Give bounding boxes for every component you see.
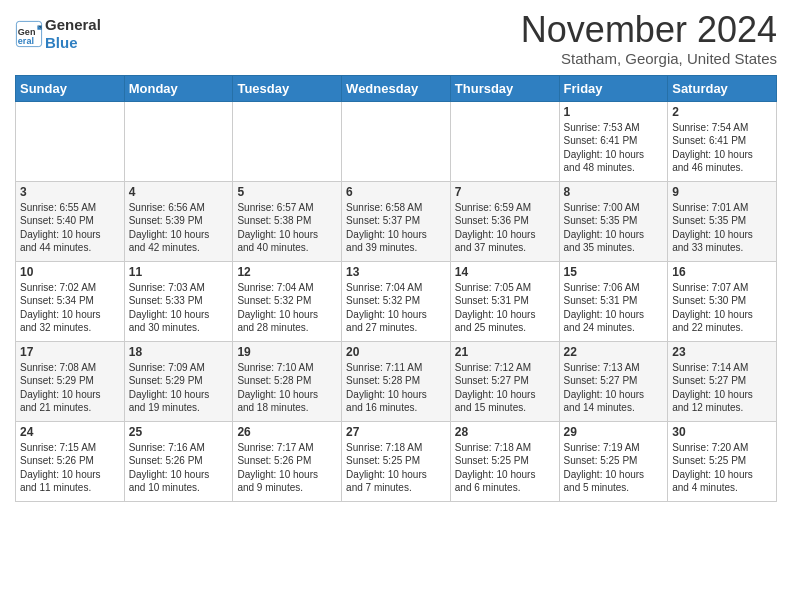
day-content: Sunrise: 7:18 AM Sunset: 5:25 PM Dayligh… [346, 441, 446, 495]
calendar-cell: 7Sunrise: 6:59 AM Sunset: 5:36 PM Daylig… [450, 181, 559, 261]
day-content: Sunrise: 7:06 AM Sunset: 5:31 PM Dayligh… [564, 281, 664, 335]
day-number: 9 [672, 185, 772, 199]
day-header-sunday: Sunday [16, 75, 125, 101]
day-number: 17 [20, 345, 120, 359]
day-number: 6 [346, 185, 446, 199]
calendar-cell: 11Sunrise: 7:03 AM Sunset: 5:33 PM Dayli… [124, 261, 233, 341]
day-number: 11 [129, 265, 229, 279]
calendar-cell: 28Sunrise: 7:18 AM Sunset: 5:25 PM Dayli… [450, 421, 559, 501]
calendar-cell: 17Sunrise: 7:08 AM Sunset: 5:29 PM Dayli… [16, 341, 125, 421]
calendar-cell: 14Sunrise: 7:05 AM Sunset: 5:31 PM Dayli… [450, 261, 559, 341]
calendar-cell: 1Sunrise: 7:53 AM Sunset: 6:41 PM Daylig… [559, 101, 668, 181]
day-content: Sunrise: 6:56 AM Sunset: 5:39 PM Dayligh… [129, 201, 229, 255]
day-number: 12 [237, 265, 337, 279]
day-number: 24 [20, 425, 120, 439]
calendar-cell: 5Sunrise: 6:57 AM Sunset: 5:38 PM Daylig… [233, 181, 342, 261]
day-number: 15 [564, 265, 664, 279]
calendar-cell: 3Sunrise: 6:55 AM Sunset: 5:40 PM Daylig… [16, 181, 125, 261]
calendar-cell [342, 101, 451, 181]
calendar-cell: 26Sunrise: 7:17 AM Sunset: 5:26 PM Dayli… [233, 421, 342, 501]
calendar-cell [16, 101, 125, 181]
day-number: 13 [346, 265, 446, 279]
calendar-cell: 27Sunrise: 7:18 AM Sunset: 5:25 PM Dayli… [342, 421, 451, 501]
calendar-cell: 24Sunrise: 7:15 AM Sunset: 5:26 PM Dayli… [16, 421, 125, 501]
day-number: 10 [20, 265, 120, 279]
day-content: Sunrise: 7:04 AM Sunset: 5:32 PM Dayligh… [237, 281, 337, 335]
day-header-friday: Friday [559, 75, 668, 101]
day-content: Sunrise: 7:01 AM Sunset: 5:35 PM Dayligh… [672, 201, 772, 255]
calendar-cell: 4Sunrise: 6:56 AM Sunset: 5:39 PM Daylig… [124, 181, 233, 261]
calendar-cell: 30Sunrise: 7:20 AM Sunset: 5:25 PM Dayli… [668, 421, 777, 501]
day-number: 27 [346, 425, 446, 439]
day-content: Sunrise: 7:18 AM Sunset: 5:25 PM Dayligh… [455, 441, 555, 495]
calendar-cell: 22Sunrise: 7:13 AM Sunset: 5:27 PM Dayli… [559, 341, 668, 421]
calendar-week-row: 24Sunrise: 7:15 AM Sunset: 5:26 PM Dayli… [16, 421, 777, 501]
day-number: 3 [20, 185, 120, 199]
logo-text: General Blue [45, 16, 101, 52]
day-number: 28 [455, 425, 555, 439]
logo-icon: Gen eral [15, 20, 43, 48]
day-content: Sunrise: 7:07 AM Sunset: 5:30 PM Dayligh… [672, 281, 772, 335]
calendar-cell: 13Sunrise: 7:04 AM Sunset: 5:32 PM Dayli… [342, 261, 451, 341]
day-content: Sunrise: 7:19 AM Sunset: 5:25 PM Dayligh… [564, 441, 664, 495]
calendar-week-row: 1Sunrise: 7:53 AM Sunset: 6:41 PM Daylig… [16, 101, 777, 181]
day-number: 7 [455, 185, 555, 199]
day-content: Sunrise: 7:08 AM Sunset: 5:29 PM Dayligh… [20, 361, 120, 415]
calendar-cell: 2Sunrise: 7:54 AM Sunset: 6:41 PM Daylig… [668, 101, 777, 181]
day-content: Sunrise: 7:15 AM Sunset: 5:26 PM Dayligh… [20, 441, 120, 495]
title-block: November 2024 Statham, Georgia, United S… [521, 10, 777, 67]
day-content: Sunrise: 7:09 AM Sunset: 5:29 PM Dayligh… [129, 361, 229, 415]
day-content: Sunrise: 7:54 AM Sunset: 6:41 PM Dayligh… [672, 121, 772, 175]
calendar-week-row: 10Sunrise: 7:02 AM Sunset: 5:34 PM Dayli… [16, 261, 777, 341]
day-number: 26 [237, 425, 337, 439]
day-content: Sunrise: 6:58 AM Sunset: 5:37 PM Dayligh… [346, 201, 446, 255]
calendar-cell: 8Sunrise: 7:00 AM Sunset: 5:35 PM Daylig… [559, 181, 668, 261]
calendar-cell: 20Sunrise: 7:11 AM Sunset: 5:28 PM Dayli… [342, 341, 451, 421]
day-number: 30 [672, 425, 772, 439]
day-content: Sunrise: 7:00 AM Sunset: 5:35 PM Dayligh… [564, 201, 664, 255]
day-number: 1 [564, 105, 664, 119]
calendar-cell [450, 101, 559, 181]
day-number: 5 [237, 185, 337, 199]
page-header: Gen eral General Blue November 2024 Stat… [15, 10, 777, 67]
day-content: Sunrise: 7:13 AM Sunset: 5:27 PM Dayligh… [564, 361, 664, 415]
day-content: Sunrise: 7:14 AM Sunset: 5:27 PM Dayligh… [672, 361, 772, 415]
day-content: Sunrise: 6:57 AM Sunset: 5:38 PM Dayligh… [237, 201, 337, 255]
calendar-cell: 23Sunrise: 7:14 AM Sunset: 5:27 PM Dayli… [668, 341, 777, 421]
location-subtitle: Statham, Georgia, United States [521, 50, 777, 67]
calendar-cell: 19Sunrise: 7:10 AM Sunset: 5:28 PM Dayli… [233, 341, 342, 421]
calendar-cell: 16Sunrise: 7:07 AM Sunset: 5:30 PM Dayli… [668, 261, 777, 341]
calendar-table: SundayMondayTuesdayWednesdayThursdayFrid… [15, 75, 777, 502]
svg-text:eral: eral [18, 36, 34, 46]
calendar-cell: 12Sunrise: 7:04 AM Sunset: 5:32 PM Dayli… [233, 261, 342, 341]
day-content: Sunrise: 6:55 AM Sunset: 5:40 PM Dayligh… [20, 201, 120, 255]
calendar-cell: 18Sunrise: 7:09 AM Sunset: 5:29 PM Dayli… [124, 341, 233, 421]
calendar-cell [124, 101, 233, 181]
calendar-cell: 10Sunrise: 7:02 AM Sunset: 5:34 PM Dayli… [16, 261, 125, 341]
calendar-cell: 25Sunrise: 7:16 AM Sunset: 5:26 PM Dayli… [124, 421, 233, 501]
day-content: Sunrise: 7:10 AM Sunset: 5:28 PM Dayligh… [237, 361, 337, 415]
calendar-header-row: SundayMondayTuesdayWednesdayThursdayFrid… [16, 75, 777, 101]
calendar-week-row: 3Sunrise: 6:55 AM Sunset: 5:40 PM Daylig… [16, 181, 777, 261]
day-header-wednesday: Wednesday [342, 75, 451, 101]
day-number: 14 [455, 265, 555, 279]
month-title: November 2024 [521, 10, 777, 50]
calendar-week-row: 17Sunrise: 7:08 AM Sunset: 5:29 PM Dayli… [16, 341, 777, 421]
day-content: Sunrise: 7:12 AM Sunset: 5:27 PM Dayligh… [455, 361, 555, 415]
calendar-cell [233, 101, 342, 181]
day-content: Sunrise: 7:04 AM Sunset: 5:32 PM Dayligh… [346, 281, 446, 335]
day-header-saturday: Saturday [668, 75, 777, 101]
day-header-tuesday: Tuesday [233, 75, 342, 101]
day-header-thursday: Thursday [450, 75, 559, 101]
day-number: 16 [672, 265, 772, 279]
calendar-cell: 21Sunrise: 7:12 AM Sunset: 5:27 PM Dayli… [450, 341, 559, 421]
day-content: Sunrise: 7:17 AM Sunset: 5:26 PM Dayligh… [237, 441, 337, 495]
calendar-cell: 9Sunrise: 7:01 AM Sunset: 5:35 PM Daylig… [668, 181, 777, 261]
day-number: 29 [564, 425, 664, 439]
day-header-monday: Monday [124, 75, 233, 101]
day-content: Sunrise: 7:02 AM Sunset: 5:34 PM Dayligh… [20, 281, 120, 335]
day-number: 8 [564, 185, 664, 199]
day-number: 2 [672, 105, 772, 119]
day-number: 18 [129, 345, 229, 359]
day-content: Sunrise: 7:03 AM Sunset: 5:33 PM Dayligh… [129, 281, 229, 335]
